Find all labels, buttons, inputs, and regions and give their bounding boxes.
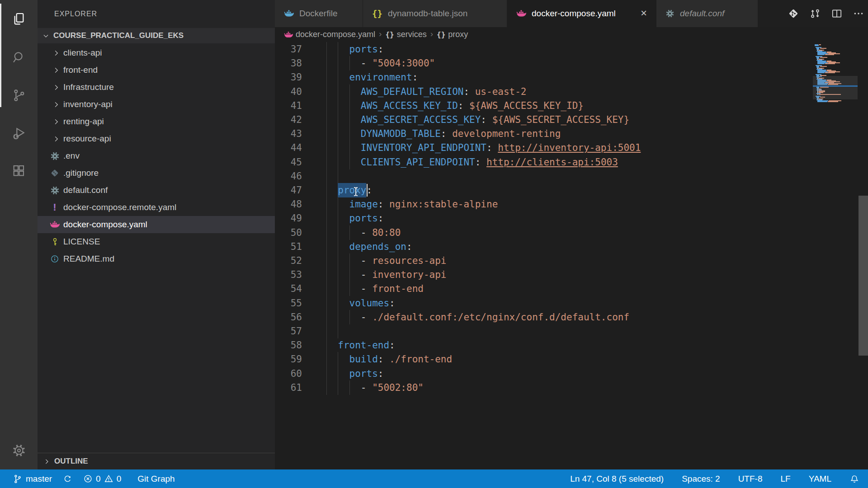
code-line-43[interactable]: 43DYNAMODB_TABLE: development-renting bbox=[275, 127, 859, 141]
braces-icon: {} bbox=[385, 30, 394, 39]
breadcrumb-item[interactable]: services bbox=[397, 30, 427, 39]
git-graph-button[interactable]: Git Graph bbox=[135, 469, 177, 488]
sidebar-item-infrastructure[interactable]: Infrastructure bbox=[38, 79, 275, 96]
code-line-56[interactable]: 56- ./default.conf:/etc/nginx/conf.d/def… bbox=[275, 310, 859, 324]
git-graph-icon[interactable] bbox=[788, 8, 799, 19]
problems-indicator[interactable]: 00 bbox=[81, 469, 123, 488]
explorer-icon[interactable] bbox=[0, 0, 38, 38]
code-line-54[interactable]: 54- front-end bbox=[275, 282, 859, 296]
indent-guide bbox=[338, 42, 338, 56]
encoding[interactable]: UTF-8 bbox=[736, 469, 765, 488]
code-line-40[interactable]: 40AWS_DEFAULT_REGION: us-east-2 bbox=[275, 84, 859, 99]
sidebar-item--env[interactable]: .env bbox=[38, 147, 275, 164]
branch-indicator[interactable]: master bbox=[10, 469, 54, 488]
minimap[interactable] bbox=[813, 42, 858, 178]
code-line-61[interactable]: 61- "5002:80" bbox=[275, 380, 859, 395]
tab-docker-compose-yaml[interactable]: docker-compose.yaml× bbox=[507, 0, 656, 27]
code-line-37[interactable]: 37ports: bbox=[275, 42, 859, 56]
sidebar-item-docker-compose-yaml[interactable]: docker-compose.yaml bbox=[38, 216, 275, 233]
line-number: 42 bbox=[275, 113, 302, 127]
code-text: ports: bbox=[349, 366, 384, 381]
docker-whale-blue-icon bbox=[284, 9, 294, 19]
sidebar-item-resource-api[interactable]: resource-api bbox=[38, 130, 275, 147]
code-line-57[interactable]: 57 bbox=[275, 324, 859, 338]
code-line-45[interactable]: 45CLIENTS_API_ENDPOINT: http://clients-a… bbox=[275, 155, 859, 169]
code-line-55[interactable]: 55volumes: bbox=[275, 296, 859, 310]
code-line-38[interactable]: 38- "5004:3000" bbox=[275, 56, 859, 70]
source-control-icon[interactable] bbox=[0, 76, 38, 114]
indent-guide bbox=[326, 84, 327, 99]
sidebar-item-inventory-api[interactable]: inventory-api bbox=[38, 96, 275, 113]
breadcrumb-separator: › bbox=[378, 29, 382, 40]
sidebar-item--gitignore[interactable]: .gitignore bbox=[38, 164, 275, 182]
notifications-bell-icon[interactable] bbox=[847, 469, 862, 488]
code-line-41[interactable]: 41AWS_ACCESS_KEY_ID: ${AWS_ACCESS_KEY_ID… bbox=[275, 99, 859, 113]
code-editor[interactable]: 37ports:38- "5004:3000"39environment:40A… bbox=[275, 42, 859, 469]
tab-default-conf[interactable]: default.conf bbox=[656, 0, 758, 27]
split-editor-icon[interactable] bbox=[831, 8, 843, 19]
code-line-47[interactable]: 47proxy: bbox=[275, 183, 859, 197]
status-bar: master00Git GraphLn 47, Col 8 (5 selecte… bbox=[0, 469, 868, 488]
search-icon[interactable] bbox=[0, 38, 38, 76]
sidebar-item-license[interactable]: LICENSE bbox=[38, 233, 275, 250]
open-changes-icon[interactable] bbox=[809, 8, 821, 19]
tree-item-label: docker-compose.yaml bbox=[63, 220, 147, 230]
tab-dockerfile[interactable]: Dockerfile bbox=[275, 0, 363, 27]
code-line-52[interactable]: 52- resources-api bbox=[275, 253, 859, 268]
folder-section-header[interactable]: COURSE_PRACTICAL_GUIDE_EKS bbox=[38, 28, 275, 43]
sidebar-item-readme-md[interactable]: README.md bbox=[38, 250, 275, 267]
more-actions-icon[interactable] bbox=[853, 8, 864, 19]
sync-button[interactable] bbox=[61, 469, 75, 488]
line-number: 47 bbox=[275, 183, 302, 197]
info-blue-icon bbox=[49, 253, 61, 265]
breadcrumb-item[interactable]: docker-compose.yaml bbox=[296, 30, 375, 39]
code-line-39[interactable]: 39environment: bbox=[275, 70, 859, 84]
vertical-scrollbar[interactable] bbox=[859, 196, 868, 356]
tab-bar: Dockerfile{}dynamodb-table.json docker-c… bbox=[275, 0, 868, 27]
tab-dynamodb-table-json[interactable]: {}dynamodb-table.json bbox=[363, 0, 507, 27]
code-line-50[interactable]: 50- 80:80 bbox=[275, 225, 859, 240]
code-line-46[interactable]: 46 bbox=[275, 169, 859, 183]
breadcrumb-item[interactable]: proxy bbox=[448, 30, 468, 39]
code-line-49[interactable]: 49ports: bbox=[275, 211, 859, 225]
indentation[interactable]: Spaces: 2 bbox=[679, 469, 722, 488]
code-line-48[interactable]: 48image: nginx:stable-alpine bbox=[275, 197, 859, 211]
language-mode[interactable]: YAML bbox=[807, 469, 834, 488]
settings-gear-icon[interactable] bbox=[0, 432, 38, 469]
extensions-icon[interactable] bbox=[0, 152, 38, 190]
code-line-58[interactable]: 58front-end: bbox=[275, 338, 859, 352]
gear-gray-icon bbox=[49, 184, 61, 196]
indent-guide bbox=[326, 324, 327, 338]
code-line-44[interactable]: 44INVENTORY_API_ENDPOINT: http://invento… bbox=[275, 141, 859, 155]
line-number: 46 bbox=[275, 169, 302, 183]
tab-close-icon[interactable]: × bbox=[637, 6, 651, 20]
sidebar-item-front-end[interactable]: front-end bbox=[38, 61, 275, 79]
code-line-60[interactable]: 60ports: bbox=[275, 366, 859, 381]
outline-header-label: OUTLINE bbox=[54, 457, 88, 466]
outline-section-header[interactable]: OUTLINE bbox=[38, 453, 275, 469]
tree-item-label: inventory-api bbox=[63, 99, 113, 109]
minimap-slider[interactable] bbox=[813, 76, 858, 99]
gear-gray-icon bbox=[49, 150, 61, 162]
code-text: - "5002:80" bbox=[361, 380, 424, 395]
indent-guide bbox=[326, 366, 327, 381]
language-mode-label: YAML bbox=[809, 474, 831, 484]
warning-count: 0 bbox=[117, 474, 122, 484]
sidebar-item-docker-compose-remote-yaml[interactable]: !docker-compose.remote.yaml bbox=[38, 199, 275, 216]
docker-whale-icon bbox=[284, 30, 293, 39]
code-line-42[interactable]: 42AWS_SECRET_ACCESS_KEY: ${AWS_SECRET_AC… bbox=[275, 113, 859, 127]
eol[interactable]: LF bbox=[778, 469, 793, 488]
indent-guide bbox=[338, 324, 338, 338]
line-number: 48 bbox=[275, 197, 302, 211]
code-text: AWS_DEFAULT_REGION: us-east-2 bbox=[361, 84, 527, 99]
line-number: 37 bbox=[275, 42, 302, 56]
cursor-position[interactable]: Ln 47, Col 8 (5 selected) bbox=[568, 469, 666, 488]
sidebar-item-default-conf[interactable]: default.conf bbox=[38, 182, 275, 199]
folder-chevron-icon bbox=[50, 99, 62, 110]
code-line-59[interactable]: 59build: ./front-end bbox=[275, 352, 859, 366]
sidebar-item-clients-api[interactable]: clients-api bbox=[38, 44, 275, 61]
code-line-53[interactable]: 53- inventory-api bbox=[275, 267, 859, 282]
sidebar-item-renting-api[interactable]: renting-api bbox=[38, 113, 275, 130]
code-line-51[interactable]: 51depends_on: bbox=[275, 239, 859, 254]
run-debug-icon[interactable] bbox=[0, 114, 38, 152]
